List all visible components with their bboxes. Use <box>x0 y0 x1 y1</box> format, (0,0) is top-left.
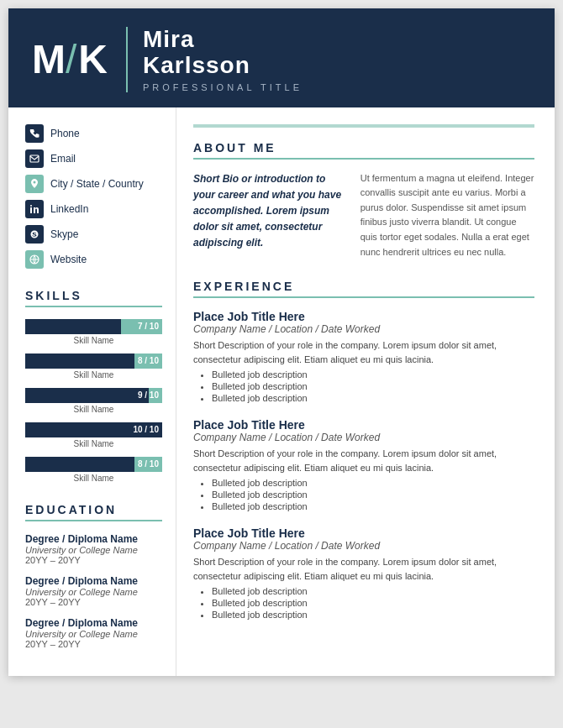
skill-item: 7 / 10 Skill Name <box>25 319 162 345</box>
skill-bar: 8 / 10 <box>25 354 162 369</box>
skill-score: 8 / 10 <box>138 356 159 365</box>
professional-title: PROFESSIONAL TITLE <box>143 82 531 92</box>
contact-location: City / State / Country <box>25 175 162 193</box>
location-label: City / State / Country <box>50 178 144 190</box>
full-name: Mira Karlsson <box>143 27 531 79</box>
svg-rect-0 <box>30 155 39 162</box>
logo-m: M <box>32 39 64 80</box>
exp-title: Place Job Title Here <box>193 310 534 323</box>
about-section: ABOUT ME Short Bio or introduction to yo… <box>193 141 534 260</box>
education-item: Degree / Diploma Name University or Coll… <box>25 617 162 649</box>
experience-section-title: EXPERIENCE <box>193 280 534 298</box>
experience-item: Place Job Title Here Company Name / Loca… <box>193 418 534 511</box>
edu-year: 20YY – 20YY <box>25 597 162 607</box>
skills-section-title: SKILLS <box>25 289 162 307</box>
body-layout: Phone Email <box>8 107 555 676</box>
email-label: Email <box>50 153 76 165</box>
linkedin-icon <box>25 200 44 218</box>
edu-school: University or College Name <box>25 545 162 555</box>
bullet-item: Bulleted job description <box>212 586 534 596</box>
skill-bar: 10 / 10 <box>25 422 162 437</box>
edu-school: University or College Name <box>25 629 162 639</box>
experience-item: Place Job Title Here Company Name / Loca… <box>193 526 534 620</box>
skill-name: Skill Name <box>25 439 162 448</box>
first-name: Mira <box>143 26 195 52</box>
bullet-item: Bulleted job description <box>212 501 534 511</box>
last-name: Karlsson <box>143 52 250 78</box>
exp-title: Place Job Title Here <box>193 418 534 432</box>
skype-label: Skype <box>50 228 78 240</box>
resume-container: M / K Mira Karlsson PROFESSIONAL TITLE <box>8 8 555 676</box>
contact-linkedin: LinkedIn <box>25 200 162 218</box>
edu-degree: Degree / Diploma Name <box>25 575 162 587</box>
exp-title: Place Job Title Here <box>193 526 534 540</box>
bullet-item: Bulleted job description <box>212 369 534 380</box>
skill-item: 8 / 10 Skill Name <box>25 457 162 483</box>
sidebar: Phone Email <box>8 107 176 676</box>
skill-score: 10 / 10 <box>133 425 159 434</box>
skill-name: Skill Name <box>25 405 162 414</box>
email-icon <box>25 149 44 168</box>
about-inner: Short Bio or introduction to your career… <box>193 171 534 260</box>
about-section-title: ABOUT ME <box>193 141 534 160</box>
website-label: Website <box>50 254 87 265</box>
skill-name: Skill Name <box>25 336 162 345</box>
experience-list: Place Job Title Here Company Name / Loca… <box>193 310 534 620</box>
logo-k: K <box>78 39 106 80</box>
exp-bullets: Bulleted job descriptionBulleted job des… <box>193 478 534 511</box>
edu-year: 20YY – 20YY <box>25 555 162 565</box>
skill-item: 10 / 10 Skill Name <box>25 422 162 448</box>
skill-score: 7 / 10 <box>138 322 159 331</box>
phone-icon <box>25 124 44 143</box>
skill-score: 8 / 10 <box>138 459 159 469</box>
website-icon <box>25 250 44 269</box>
exp-company: Company Name / Location / Date Worked <box>193 432 534 443</box>
location-icon <box>25 175 44 193</box>
edu-degree: Degree / Diploma Name <box>25 533 162 545</box>
experience-section: EXPERIENCE Place Job Title Here Company … <box>193 280 534 620</box>
education-section: EDUCATION Degree / Diploma Name Universi… <box>25 503 162 649</box>
exp-description: Short Description of your role in the co… <box>193 447 534 474</box>
svg-rect-2 <box>30 207 32 213</box>
exp-description: Short Description of your role in the co… <box>193 338 534 366</box>
education-section-title: EDUCATION <box>25 503 162 521</box>
logo-slash: / <box>66 36 76 82</box>
phone-label: Phone <box>50 128 80 139</box>
skill-bar: 9 / 10 <box>25 388 162 403</box>
exp-description: Short Description of your role in the co… <box>193 555 534 583</box>
bullet-item: Bulleted job description <box>212 598 534 608</box>
exp-bullets: Bulleted job descriptionBulleted job des… <box>193 586 534 620</box>
logo-box: M / K <box>32 36 106 82</box>
skill-item: 8 / 10 Skill Name <box>25 354 162 380</box>
contact-skype: Skype <box>25 225 162 244</box>
skill-bar: 7 / 10 <box>25 319 162 334</box>
exp-bullets: Bulleted job descriptionBulleted job des… <box>193 369 534 403</box>
education-item: Degree / Diploma Name University or Coll… <box>25 533 162 565</box>
exp-company: Company Name / Location / Date Worked <box>193 540 534 552</box>
about-extra: Ut fermentum a magna ut eleifend. Intege… <box>360 171 534 260</box>
edu-school: University or College Name <box>25 587 162 597</box>
skill-score: 9 / 10 <box>138 390 159 400</box>
skype-icon <box>25 225 44 244</box>
resume-header: M / K Mira Karlsson PROFESSIONAL TITLE <box>8 8 555 107</box>
bullet-item: Bulleted job description <box>212 393 534 403</box>
header-name-block: Mira Karlsson PROFESSIONAL TITLE <box>126 27 531 92</box>
bullet-item: Bulleted job description <box>212 490 534 500</box>
contact-phone: Phone <box>25 124 162 143</box>
experience-item: Place Job Title Here Company Name / Loca… <box>193 310 534 403</box>
education-item: Degree / Diploma Name University or Coll… <box>25 575 162 607</box>
education-list: Degree / Diploma Name University or Coll… <box>25 533 162 649</box>
skills-section: SKILLS 7 / 10 Skill Name 8 / 10 Skill Na… <box>25 289 162 483</box>
about-bio: Short Bio or introduction to your career… <box>193 171 347 260</box>
contact-email: Email <box>25 149 162 168</box>
edu-degree: Degree / Diploma Name <box>25 617 162 629</box>
svg-point-1 <box>34 181 36 184</box>
linkedin-label: LinkedIn <box>50 203 88 215</box>
edu-year: 20YY – 20YY <box>25 639 162 649</box>
contact-website: Website <box>25 250 162 269</box>
bullet-item: Bulleted job description <box>212 478 534 488</box>
skill-bar: 8 / 10 <box>25 457 162 472</box>
bullet-item: Bulleted job description <box>212 610 534 620</box>
skills-list: 7 / 10 Skill Name 8 / 10 Skill Name 9 / … <box>25 319 162 483</box>
main-content: ABOUT ME Short Bio or introduction to yo… <box>176 107 555 676</box>
